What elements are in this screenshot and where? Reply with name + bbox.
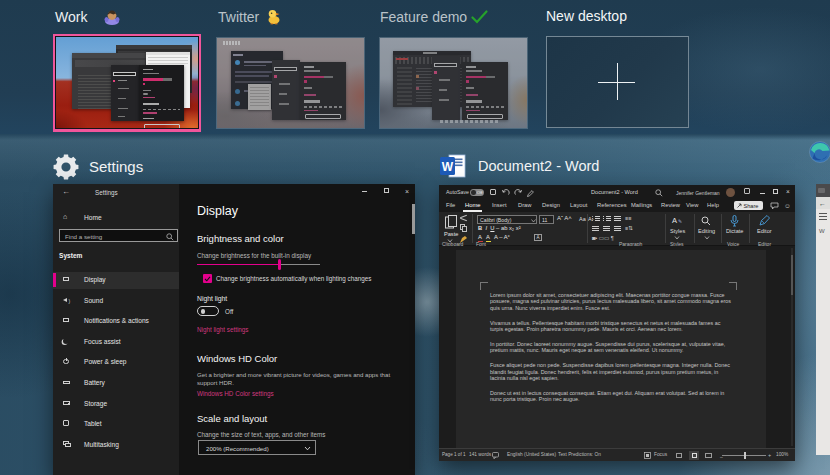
svg-text:W: W	[442, 160, 454, 174]
